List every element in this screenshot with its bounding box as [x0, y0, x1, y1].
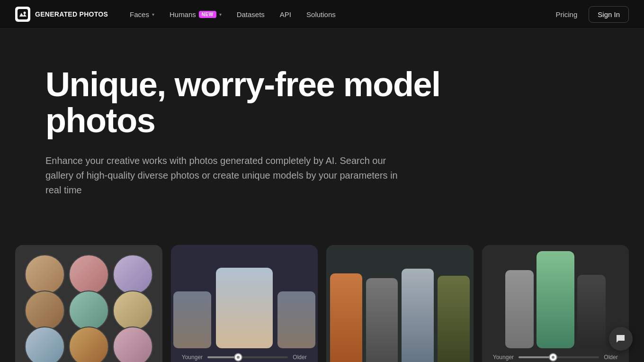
nav-faces-label: Faces	[130, 10, 149, 18]
human-gen-figure-main	[537, 251, 574, 348]
chat-icon	[615, 333, 626, 344]
nav-api-label: API	[280, 10, 291, 18]
hero-title: Unique, worry-free model photos	[45, 67, 519, 138]
nav-item-api[interactable]: API	[273, 7, 298, 22]
face-circle-1	[25, 254, 65, 295]
slider-thumb-2	[549, 353, 557, 362]
face-gen-card-image: Younger Older	[171, 245, 318, 362]
chevron-down-icon-2: ▾	[219, 12, 222, 17]
age-label-younger-1: Younger	[182, 354, 203, 361]
human-figure-3	[402, 269, 434, 362]
faces-grid	[15, 245, 162, 362]
slider-thumb-1	[234, 353, 242, 362]
human-generator-card[interactable]: Younger Older Human Generator New Create…	[482, 245, 629, 362]
nav-humans-label: Humans	[170, 10, 196, 18]
hero-subtitle: Enhance your creative works with photos …	[45, 154, 405, 198]
svg-rect-0	[18, 9, 28, 19]
face-circle-5	[69, 290, 109, 331]
age-label-older-2: Older	[604, 354, 617, 361]
nav-item-humans[interactable]: Humans NEW ▾	[163, 7, 228, 22]
human-gen-figures	[482, 245, 629, 348]
navigation: GENERATED PHOTOS Faces ▾ Humans NEW ▾ Da…	[0, 0, 644, 29]
face-gen-side-right	[277, 291, 315, 348]
nav-solutions-label: Solutions	[306, 10, 336, 18]
age-label-younger-2: Younger	[493, 354, 514, 361]
face-circle-4	[25, 290, 65, 331]
nav-item-solutions[interactable]: Solutions	[300, 7, 342, 22]
face-circle-2	[69, 254, 109, 295]
faces-card-image	[15, 245, 162, 362]
human-figure-4	[438, 276, 470, 362]
slider-thumb-inner-2	[552, 356, 555, 359]
pricing-link[interactable]: Pricing	[548, 7, 585, 22]
face-generator-card[interactable]: Younger Older Face Generator Create uniq…	[171, 245, 318, 362]
face-circle-7	[25, 326, 65, 362]
face-circle-9	[113, 326, 153, 362]
signin-button[interactable]: Sign In	[589, 6, 629, 23]
human-gen-figure-right	[577, 275, 606, 348]
human-gen-card-image: Younger Older	[482, 245, 629, 362]
human-gen-figure-left	[505, 270, 534, 348]
age-slider-face-gen: Younger Older	[182, 354, 307, 361]
face-circle-3	[113, 254, 153, 295]
nav-right: Pricing Sign In	[548, 6, 629, 23]
face-gen-container: Younger Older	[171, 245, 318, 362]
humans-container	[326, 245, 474, 362]
face-circle-6	[113, 290, 153, 331]
face-gen-main-face	[216, 268, 273, 348]
svg-point-1	[24, 12, 26, 14]
nav-items: Faces ▾ Humans NEW ▾ Datasets API Soluti…	[123, 7, 548, 22]
logo[interactable]: GENERATED PHOTOS	[15, 7, 108, 22]
slider-thumb-inner-1	[237, 356, 240, 359]
face-gen-side-left	[173, 291, 211, 348]
nav-datasets-label: Datasets	[237, 10, 265, 18]
slider-track-1[interactable]	[207, 356, 288, 358]
humans-card-image	[326, 245, 474, 362]
face-gen-images	[171, 245, 318, 348]
human-gen-container: Younger Older	[482, 245, 629, 362]
slider-track-2[interactable]	[519, 356, 599, 358]
logo-icon	[15, 7, 30, 22]
cards-grid: Faces 2,676,245 pre-generated diverse fa…	[0, 226, 644, 362]
age-label-older-1: Older	[293, 354, 306, 361]
human-figure-1	[330, 273, 362, 362]
chat-bubble[interactable]	[609, 327, 633, 351]
age-slider-human-gen: Younger Older	[493, 354, 618, 361]
nav-item-datasets[interactable]: Datasets	[230, 7, 271, 22]
faces-card[interactable]: Faces 2,676,245 pre-generated diverse fa…	[15, 245, 162, 362]
human-figure-2	[366, 278, 398, 362]
chevron-down-icon: ▾	[152, 12, 154, 17]
nav-item-faces[interactable]: Faces ▾	[123, 7, 161, 22]
humans-new-badge: NEW	[199, 11, 216, 18]
hero-section: Unique, worry-free model photos Enhance …	[0, 29, 644, 226]
face-circle-8	[69, 326, 109, 362]
logo-text: GENERATED PHOTOS	[35, 10, 108, 18]
humans-card[interactable]: Humans 100,000 super realistic full-body…	[326, 245, 474, 362]
